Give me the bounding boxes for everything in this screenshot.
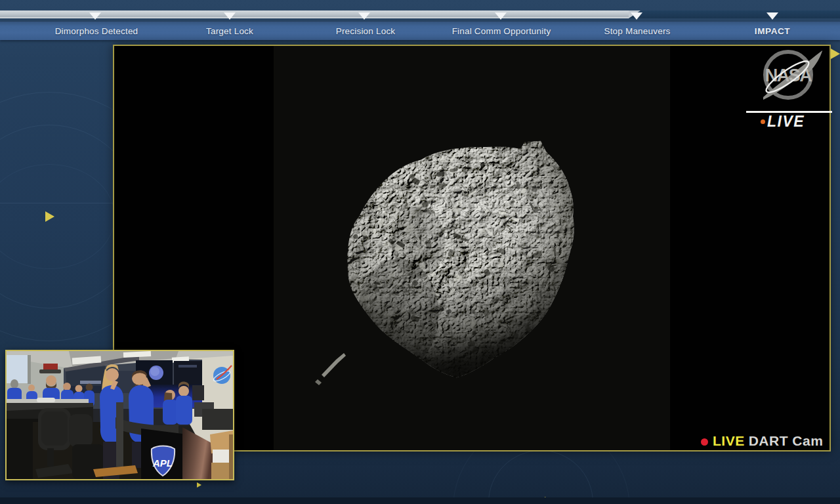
svg-text:APL: APL bbox=[152, 457, 173, 469]
